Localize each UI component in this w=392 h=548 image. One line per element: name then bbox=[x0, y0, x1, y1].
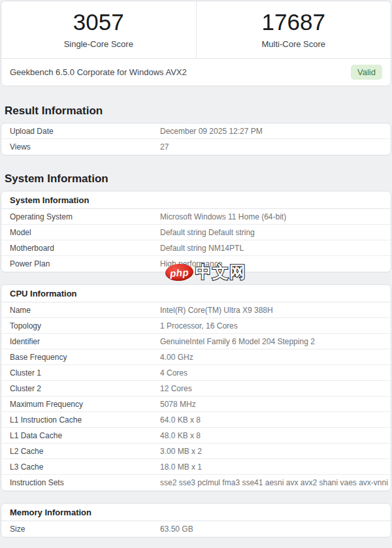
row-label: L1 Instruction Cache bbox=[1, 415, 160, 425]
memory-information-table: Memory Information Size 63.50 GB bbox=[1, 503, 391, 538]
system-information-heading: System Information bbox=[5, 172, 392, 185]
table-row: Identifier GenuineIntel Family 6 Model 2… bbox=[1, 334, 391, 349]
row-label: Instruction Sets bbox=[1, 478, 160, 487]
row-label: Topology bbox=[1, 321, 160, 330]
row-label: Maximum Frequency bbox=[1, 400, 160, 409]
single-core-score-cell: 3057 Single-Core Score bbox=[1, 1, 196, 58]
table-row: Maximum Frequency 5078 MHz bbox=[1, 396, 391, 412]
row-value: 12 Cores bbox=[160, 384, 391, 393]
row-value: Default string Default string bbox=[160, 228, 391, 237]
table-header: CPU Information bbox=[1, 285, 391, 302]
table-row: Model Default string Default string bbox=[1, 225, 391, 240]
row-value: 63.50 GB bbox=[160, 524, 391, 534]
multi-core-score-label: Multi-Core Score bbox=[261, 39, 325, 49]
row-value: Intel(R) Core(TM) Ultra X9 388H bbox=[160, 306, 391, 315]
table-row: Operating System Microsoft Windows 11 Ho… bbox=[1, 209, 391, 225]
row-value: sse2 sse3 pclmul fma3 sse41 aesni avx av… bbox=[160, 478, 391, 487]
row-value: 1 Processor, 16 Cores bbox=[160, 321, 391, 330]
table-row: Views 27 bbox=[1, 139, 391, 155]
row-value: Default string NM14PTL bbox=[160, 244, 391, 253]
valid-status-badge: Valid bbox=[351, 65, 382, 80]
row-label: L2 Cache bbox=[1, 447, 160, 456]
row-label: Cluster 2 bbox=[1, 384, 160, 393]
benchmark-version-text: Geekbench 6.5.0 Corporate for Windows AV… bbox=[10, 67, 187, 77]
score-summary-card: 3057 Single-Core Score 17687 Multi-Core … bbox=[1, 1, 391, 86]
table-row: L2 Cache 3.00 MB x 2 bbox=[1, 443, 391, 459]
row-label: Name bbox=[1, 306, 160, 315]
multi-core-score-value: 17687 bbox=[262, 10, 325, 35]
row-value: 5078 MHz bbox=[160, 400, 391, 409]
row-label: Base Frequency bbox=[1, 353, 160, 362]
row-label: Cluster 1 bbox=[1, 368, 160, 378]
table-row: L1 Data Cache 48.0 KB x 8 bbox=[1, 428, 391, 443]
row-label: Model bbox=[1, 228, 160, 237]
table-row: Topology 1 Processor, 16 Cores bbox=[1, 318, 391, 334]
row-value: December 09 2025 12:27 PM bbox=[160, 127, 391, 136]
row-label: Operating System bbox=[1, 212, 160, 221]
cpu-information-table: CPU Information Name Intel(R) Core(TM) U… bbox=[1, 284, 391, 491]
table-row: Instruction Sets sse2 sse3 pclmul fma3 s… bbox=[1, 475, 391, 491]
row-label: Size bbox=[1, 524, 160, 534]
score-row: 3057 Single-Core Score 17687 Multi-Core … bbox=[1, 1, 391, 58]
row-value: 4.00 GHz bbox=[160, 353, 391, 362]
row-label: Views bbox=[1, 142, 160, 152]
row-label: Identifier bbox=[1, 337, 160, 346]
row-value: 3.00 MB x 2 bbox=[160, 447, 391, 456]
result-information-heading: Result Information bbox=[5, 105, 392, 118]
benchmark-version-bar: Geekbench 6.5.0 Corporate for Windows AV… bbox=[1, 58, 391, 86]
table-row: Upload Date December 09 2025 12:27 PM bbox=[1, 123, 391, 139]
table-header: Memory Information bbox=[1, 504, 391, 521]
table-row: Cluster 2 12 Cores bbox=[1, 381, 391, 396]
row-value: 64.0 KB x 8 bbox=[160, 415, 391, 425]
table-header: System Information bbox=[1, 191, 391, 209]
table-row: Cluster 1 4 Cores bbox=[1, 365, 391, 381]
single-core-score-label: Single-Core Score bbox=[64, 39, 133, 49]
row-value: 27 bbox=[160, 142, 391, 152]
row-value: Microsoft Windows 11 Home (64-bit) bbox=[160, 212, 391, 221]
table-row: L1 Instruction Cache 64.0 KB x 8 bbox=[1, 412, 391, 428]
result-information-table: Upload Date December 09 2025 12:27 PM Vi… bbox=[1, 123, 391, 155]
row-value: GenuineIntel Family 6 Model 204 Stepping… bbox=[160, 337, 391, 346]
table-row: Name Intel(R) Core(TM) Ultra X9 388H bbox=[1, 302, 391, 318]
row-label: L3 Cache bbox=[1, 462, 160, 472]
table-row: L3 Cache 18.0 MB x 1 bbox=[1, 459, 391, 475]
row-value: 48.0 KB x 8 bbox=[160, 431, 391, 440]
table-row: Motherboard Default string NM14PTL bbox=[1, 240, 391, 256]
row-label: L1 Data Cache bbox=[1, 431, 160, 440]
single-core-score-value: 3057 bbox=[73, 10, 124, 35]
row-label: Upload Date bbox=[1, 127, 160, 136]
system-information-table: System Information Operating System Micr… bbox=[1, 191, 391, 272]
multi-core-score-cell: 17687 Multi-Core Score bbox=[196, 1, 391, 58]
row-label: Motherboard bbox=[1, 244, 160, 253]
row-label: Power Plan bbox=[1, 259, 160, 268]
row-value: 4 Cores bbox=[160, 368, 391, 378]
table-row: Base Frequency 4.00 GHz bbox=[1, 349, 391, 365]
row-value: High performance bbox=[160, 259, 391, 268]
table-row: Size 63.50 GB bbox=[1, 521, 391, 537]
row-value: 18.0 MB x 1 bbox=[160, 462, 391, 472]
table-row: Power Plan High performance bbox=[1, 256, 391, 272]
